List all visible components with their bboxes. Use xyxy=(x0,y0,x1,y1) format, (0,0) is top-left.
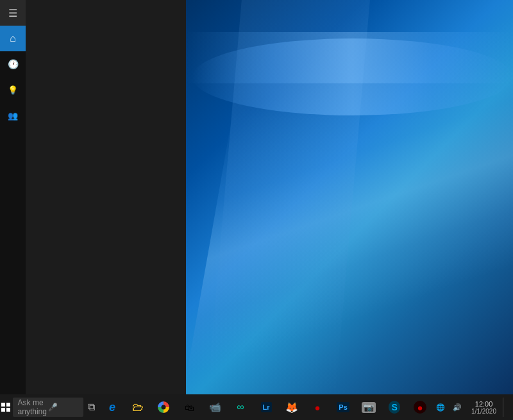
start-menu-content xyxy=(26,0,186,394)
chrome-icon xyxy=(158,401,169,413)
taskbar-app-photoshop[interactable]: Ps xyxy=(330,394,356,420)
microphone-icon[interactable]: 🎤 xyxy=(48,403,78,412)
task-view-icon: ⧉ xyxy=(88,401,95,413)
sidebar-item-people[interactable]: 👥 xyxy=(0,103,26,128)
loops-icon: ∞ xyxy=(237,401,244,413)
windows-logo-icon xyxy=(1,403,10,412)
photoshop-icon: Ps xyxy=(337,402,349,412)
network-icon: 🌐 xyxy=(436,403,445,412)
red-app2-icon: ● xyxy=(414,401,426,414)
taskbar-app-meet[interactable]: 📹 xyxy=(202,394,228,420)
recent-icon: 🕐 xyxy=(8,59,19,69)
system-clock[interactable]: 12:00 1/1/2020 xyxy=(466,394,501,420)
search-bar[interactable]: Ask me anything 🎤 xyxy=(13,398,83,417)
taskbar-app-edge[interactable]: e xyxy=(99,394,125,420)
taskbar: Ask me anything 🎤 ⧉ e 🗁 🛍 📹 ∞ xyxy=(0,394,513,420)
start-menu-sidebar: ☰ ⌂ 🕐 💡 👥 xyxy=(0,0,26,394)
red-app-icon: ● xyxy=(315,402,321,413)
lightroom-icon: Lr xyxy=(261,402,272,412)
skype-icon: S xyxy=(389,401,399,414)
clock-date: 1/1/2020 xyxy=(471,408,496,415)
hamburger-icon: ☰ xyxy=(8,7,17,19)
taskbar-apps: e 🗁 🛍 📹 ∞ Lr 🦊 ● xyxy=(97,394,433,420)
taskbar-app-explorer[interactable]: 🗁 xyxy=(125,394,151,420)
task-view-button[interactable]: ⧉ xyxy=(86,394,97,420)
search-placeholder-text: Ask me anything xyxy=(18,398,48,416)
taskbar-app-chrome[interactable] xyxy=(151,394,176,420)
volume-icon: 🔊 xyxy=(453,403,462,412)
taskbar-app-red1[interactable]: ● xyxy=(305,394,330,420)
wallpaper-effect-2 xyxy=(186,32,513,83)
firefox-icon: 🦊 xyxy=(285,401,298,414)
tray-volume-icon[interactable]: 🔊 xyxy=(450,394,465,420)
meet-icon: 📹 xyxy=(209,401,221,413)
sidebar-item-recent[interactable]: 🕐 xyxy=(0,51,26,77)
show-desktop-button[interactable] xyxy=(503,398,508,417)
sidebar-item-explore[interactable]: 💡 xyxy=(0,77,26,103)
camera-icon: 📷 xyxy=(362,402,376,413)
sidebar-item-home[interactable]: ⌂ xyxy=(0,26,26,51)
explore-icon: 💡 xyxy=(8,85,18,95)
taskbar-app-loops[interactable]: ∞ xyxy=(228,394,253,420)
system-tray: 🌐 🔊 12:00 1/1/2020 xyxy=(433,394,513,420)
taskbar-app-skype[interactable]: S xyxy=(382,394,407,420)
clock-time: 12:00 xyxy=(475,400,493,408)
tray-network-icon[interactable]: 🌐 xyxy=(433,394,448,420)
people-icon: 👥 xyxy=(8,111,18,121)
taskbar-app-lightroom[interactable]: Lr xyxy=(253,394,279,420)
hamburger-menu-button[interactable]: ☰ xyxy=(0,0,26,26)
edge-icon: e xyxy=(109,401,115,414)
taskbar-app-store[interactable]: 🛍 xyxy=(176,394,202,420)
start-button[interactable] xyxy=(0,394,12,420)
start-menu: ☰ ⌂ 🕐 💡 👥 xyxy=(0,0,186,394)
wallpaper-effect-1 xyxy=(207,0,370,394)
home-icon: ⌂ xyxy=(10,33,16,44)
taskbar-app-camera[interactable]: 📷 xyxy=(356,394,382,420)
taskbar-app-firefox[interactable]: 🦊 xyxy=(279,394,305,420)
folder-icon: 🗁 xyxy=(132,401,144,414)
store-icon: 🛍 xyxy=(185,402,194,413)
taskbar-app-red2[interactable]: ● xyxy=(407,394,433,420)
